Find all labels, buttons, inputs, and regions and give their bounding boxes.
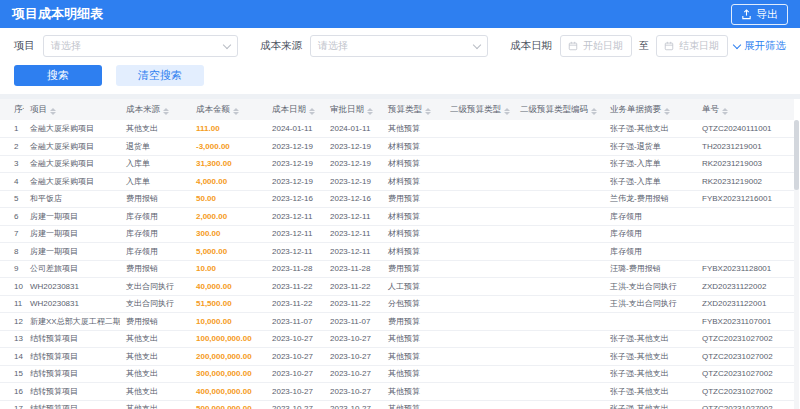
- cell-business_doc_summary: 张子强-其他支出: [604, 365, 696, 383]
- cell-cost_date: 2023-11-22: [266, 295, 324, 313]
- cell-cost_date: 2023-12-16: [266, 190, 324, 208]
- column-header-cost_source[interactable]: 成本来源: [120, 99, 190, 120]
- sort-icon[interactable]: [722, 108, 728, 115]
- clear-search-button[interactable]: 清空搜索: [116, 65, 204, 86]
- table-row[interactable]: 2金融大厦采购项目退货单-3,000.002023-12-192023-12-1…: [0, 138, 794, 156]
- cell-cost_amount: 300.00: [190, 225, 266, 243]
- cell-budget_type_level2: [444, 400, 514, 409]
- cell-project: WH20230831: [24, 295, 120, 313]
- table-row[interactable]: 14结转预算项目其他支出200,000,000.002023-10-272023…: [0, 348, 794, 366]
- column-header-cost_date[interactable]: 成本日期: [266, 99, 324, 120]
- table-row[interactable]: 3金融大厦采购项目入库单31,300.002023-12-192023-12-1…: [0, 155, 794, 173]
- cost-source-select[interactable]: 请选择: [310, 35, 488, 57]
- sort-icon[interactable]: [309, 108, 315, 115]
- expand-filter-toggle[interactable]: 展开筛选: [734, 39, 786, 53]
- table-row[interactable]: 10WH20230831支出合同执行40,000.002023-11-22202…: [0, 278, 794, 296]
- column-label: 成本日期: [272, 104, 306, 114]
- cell-budget_type: 其他预算: [382, 120, 444, 138]
- table-row[interactable]: 16结转预算项目其他支出400,000,000.002023-10-272023…: [0, 383, 794, 401]
- cell-cost_source: 费用报销: [120, 313, 190, 331]
- calendar-icon: [568, 41, 578, 51]
- table-row[interactable]: 12新建XX总部大厦工程二期费用报销10,000.002023-11-07202…: [0, 313, 794, 331]
- cell-cost_source: 库存领用: [120, 243, 190, 261]
- cell-cost_source: 其他支出: [120, 330, 190, 348]
- vertical-scrollbar[interactable]: [794, 120, 799, 409]
- cell-approval_date: 2023-10-27: [324, 365, 382, 383]
- cell-budget_type_level2_code: [514, 383, 604, 401]
- cell-business_doc_summary: 张子强-退货单: [604, 138, 696, 156]
- column-header-cost_amount[interactable]: 成本金额: [190, 99, 266, 120]
- cell-budget_type: 材料预算: [382, 173, 444, 191]
- table-row[interactable]: 7房建一期项目库存领用300.002023-12-112023-12-11材料预…: [0, 225, 794, 243]
- table-body: 1金融大厦采购项目其他支出111.002024-01-112024-01-11其…: [0, 120, 794, 409]
- cell-cost_amount: 51,500.00: [190, 295, 266, 313]
- cell-index: 2: [0, 138, 24, 156]
- filter-panel: 项目 请选择 成本来源 请选择 成本日期 开始日期 至: [0, 28, 800, 94]
- cell-index: 4: [0, 173, 24, 191]
- cell-index: 14: [0, 348, 24, 366]
- calendar-icon: [664, 41, 674, 51]
- table-row[interactable]: 1金融大厦采购项目其他支出111.002024-01-112024-01-11其…: [0, 120, 794, 138]
- cell-index: 16: [0, 383, 24, 401]
- cell-business_doc_summary: 张子强-其他支出: [604, 330, 696, 348]
- cell-cost_date: 2023-10-27: [266, 348, 324, 366]
- sort-icon[interactable]: [50, 108, 56, 115]
- cell-budget_type_level2_code: [514, 278, 604, 296]
- sort-icon[interactable]: [425, 108, 431, 115]
- column-header-project[interactable]: 项目: [24, 99, 120, 120]
- cell-budget_type: 费用预算: [382, 190, 444, 208]
- cell-cost_source: 退货单: [120, 138, 190, 156]
- sort-icon[interactable]: [591, 108, 597, 115]
- cell-cost_date: 2023-12-19: [266, 173, 324, 191]
- table-row[interactable]: 8房建一期项目库存领用5,000.002023-12-112023-12-11材…: [0, 243, 794, 261]
- cell-budget_type_level2_code: [514, 190, 604, 208]
- cell-budget_type_level2_code: [514, 173, 604, 191]
- table-row[interactable]: 13结转预算项目其他支出100,000,000.002023-10-272023…: [0, 330, 794, 348]
- cell-budget_type: 材料预算: [382, 243, 444, 261]
- column-header-budget_type[interactable]: 预算类型: [382, 99, 444, 120]
- sort-icon[interactable]: [664, 108, 670, 115]
- sort-icon[interactable]: [233, 108, 239, 115]
- sort-icon[interactable]: [504, 108, 510, 115]
- table-row[interactable]: 15结转预算项目其他支出300,000,000.002023-10-272023…: [0, 365, 794, 383]
- cell-cost_date: 2023-10-27: [266, 400, 324, 409]
- cell-budget_type_level2_code: [514, 295, 604, 313]
- cell-index: 10: [0, 278, 24, 296]
- table-row[interactable]: 9公司差旅项目费用报销10.002023-11-282023-11-28费用预算…: [0, 260, 794, 278]
- table-row[interactable]: 4金融大厦采购项目入库单4,000.002023-12-192023-12-19…: [0, 173, 794, 191]
- column-header-budget_type_level2[interactable]: 二级预算类型: [444, 99, 514, 120]
- table-row[interactable]: 6房建一期项目库存领用2,000.002023-12-112023-12-11材…: [0, 208, 794, 226]
- export-button[interactable]: 导出: [731, 4, 788, 25]
- cost-date-start-input[interactable]: 开始日期: [560, 35, 632, 57]
- column-header-budget_type_level2_code[interactable]: 二级预算类型编码: [514, 99, 604, 120]
- cell-index: 12: [0, 313, 24, 331]
- cell-cost_source: 费用报销: [120, 260, 190, 278]
- cell-doc_no: ZXD20231122001: [696, 295, 794, 313]
- cell-budget_type: 分包预算: [382, 295, 444, 313]
- cell-cost_source: 其他支出: [120, 365, 190, 383]
- cell-project: 金融大厦采购项目: [24, 138, 120, 156]
- column-header-business_doc_summary[interactable]: 业务单据摘要: [604, 99, 696, 120]
- cell-doc_no: ZXD20231122002: [696, 278, 794, 296]
- cell-index: 5: [0, 190, 24, 208]
- page-header: 项目成本明细表 导出: [0, 0, 800, 28]
- cell-project: 结转预算项目: [24, 348, 120, 366]
- sort-icon[interactable]: [367, 108, 373, 115]
- project-select[interactable]: 请选择: [43, 35, 238, 57]
- cell-budget_type_level2: [444, 208, 514, 226]
- column-header-index: 序号: [0, 99, 24, 120]
- cell-cost_date: 2023-10-27: [266, 330, 324, 348]
- table-row[interactable]: 5和平饭店费用报销50.002023-12-162023-12-16费用预算兰伟…: [0, 190, 794, 208]
- table-row[interactable]: 17结转预算项目其他支出500,000,000.002023-10-272023…: [0, 400, 794, 409]
- table-row[interactable]: 11WH20230831支出合同执行51,500.002023-11-22202…: [0, 295, 794, 313]
- cell-doc_no: QTZC20231027002: [696, 330, 794, 348]
- cell-budget_type_level2_code: [514, 348, 604, 366]
- column-header-approval_date[interactable]: 审批日期: [324, 99, 382, 120]
- sort-icon[interactable]: [163, 108, 169, 115]
- cost-date-end-input[interactable]: 结束日期: [656, 35, 728, 57]
- search-button[interactable]: 搜索: [14, 65, 102, 86]
- cell-index: 6: [0, 208, 24, 226]
- cell-budget_type_level2: [444, 155, 514, 173]
- scrollbar-thumb[interactable]: [794, 120, 799, 190]
- column-header-doc_no[interactable]: 单号: [696, 99, 794, 120]
